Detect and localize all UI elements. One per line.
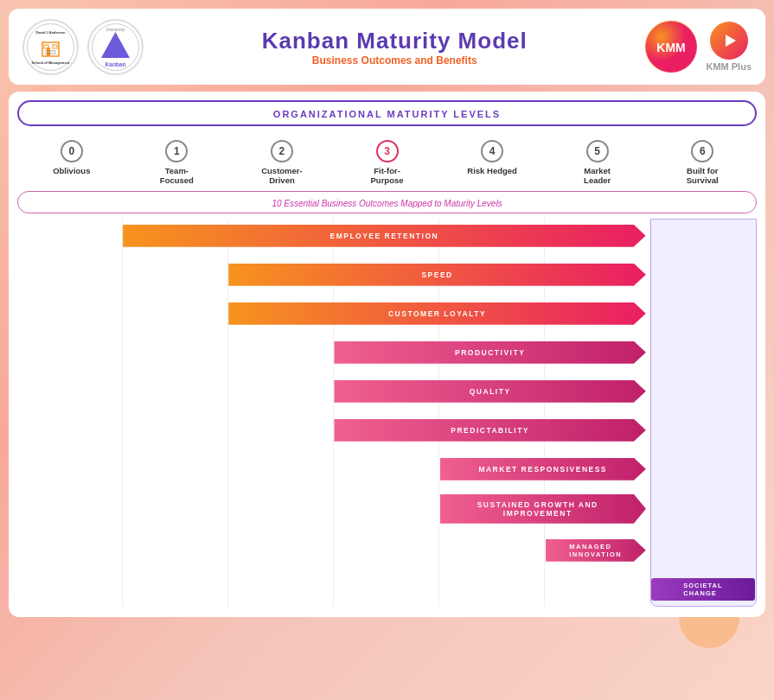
level-num-3: 3 xyxy=(376,140,399,162)
arrow-row-societal-change: SOCIETALCHANGE xyxy=(17,572,757,607)
main-subtitle: Business Outcomes and Benefits xyxy=(144,54,645,67)
arrow-market-responsiveness: MARKET RESPONSIVENESS xyxy=(440,458,646,480)
arrow-row-quality: QUALITY xyxy=(17,374,757,409)
org-banner-wrapper: ORGANIZATIONAL MATURITY LEVELS xyxy=(17,100,757,133)
arrows-area: EMPLOYEE RETENTION SPEED CUSTOMER LOYALT… xyxy=(17,219,757,607)
svg-marker-15 xyxy=(726,35,736,47)
level-name-3: Fit-for-Purpose xyxy=(336,166,438,186)
arrow-label-speed: SPEED xyxy=(421,270,452,279)
org-banner: ORGANIZATIONAL MATURITY LEVELS xyxy=(17,100,757,126)
arrow-row-speed: SPEED xyxy=(17,258,757,292)
arrow-row-managed-innovation: MANAGEDINNOVATION xyxy=(17,533,757,568)
level-name-4: Risk Hedged xyxy=(441,166,543,175)
level-name-0: Oblivious xyxy=(21,166,123,175)
level-num-4: 4 xyxy=(481,140,503,162)
arrow-row-productivity: PRODUCTIVITY xyxy=(17,335,757,370)
kmmplus-label: KMM Plus xyxy=(706,61,752,72)
main-content: ORGANIZATIONAL MATURITY LEVELS 0 Oblivio… xyxy=(9,92,765,617)
arrow-label-societal-change: SOCIETALCHANGE xyxy=(683,582,722,597)
arrow-speed: SPEED xyxy=(228,264,646,286)
level-col-6: 6 Built forSurvival xyxy=(649,138,755,188)
outcomes-banner-text: 10 Essential Business Outcomes Mapped to… xyxy=(272,199,502,208)
arrow-managed-innovation: MANAGEDINNOVATION xyxy=(546,539,646,562)
level-col-4: 4 Risk Hedged xyxy=(439,138,545,177)
level-name-6: Built forSurvival xyxy=(651,166,753,186)
arrow-productivity: PRODUCTIVITY xyxy=(334,341,645,364)
arrow-label-quality: QUALITY xyxy=(470,387,511,396)
level-col-5: 5 MarketLeader xyxy=(545,138,650,188)
level-name-1: Team-Focused xyxy=(126,166,228,186)
level-name-5: MarketLeader xyxy=(547,166,649,186)
kmmplus-logo: KMM Plus xyxy=(706,22,752,72)
level-name-2: Customer-Driven xyxy=(231,166,333,186)
svg-text:Kanban: Kanban xyxy=(106,61,126,67)
level-num-1: 1 xyxy=(165,140,188,162)
arrow-customer-loyalty: CUSTOMER LOYALTY xyxy=(228,302,646,325)
arrow-row-customer-loyalty: CUSTOMER LOYALTY xyxy=(17,296,757,331)
arrow-label-predictability: PREDICTABILITY xyxy=(451,426,529,435)
arrow-predictability: PREDICTABILITY xyxy=(334,419,645,442)
arrow-label-managed-innovation: MANAGEDINNOVATION xyxy=(569,543,622,558)
arrow-label-market-responsiveness: MARKET RESPONSIVENESS xyxy=(478,465,607,474)
level-num-0: 0 xyxy=(61,140,83,162)
dasc-logo: David J Anderson School of Management xyxy=(22,19,79,75)
arrow-label-employee-retention: EMPLOYEE RETENTION xyxy=(329,232,438,240)
header-title: Kanban Maturity Model Business Outcomes … xyxy=(144,28,645,67)
arrow-label-customer-loyalty: CUSTOMER LOYALTY xyxy=(388,309,486,318)
svg-text:KMM: KMM xyxy=(657,41,686,54)
level-num-6: 6 xyxy=(691,140,713,162)
arrow-row-sustained-growth: SUSTAINED GROWTH ANDIMPROVEMENT xyxy=(17,491,757,529)
level-col-0: 0 Oblivious xyxy=(19,138,125,177)
kmm-logo: KMM xyxy=(645,21,697,73)
svg-text:University: University xyxy=(106,27,125,32)
arrow-label-sustained-growth: SUSTAINED GROWTH ANDIMPROVEMENT xyxy=(477,500,598,518)
outcomes-banner: 10 Essential Business Outcomes Mapped to… xyxy=(17,191,757,213)
header: David J Anderson School of Management Ka… xyxy=(9,9,765,85)
arrow-row-employee-retention: EMPLOYEE RETENTION xyxy=(17,219,757,253)
svg-text:School of Management: School of Management xyxy=(32,60,70,65)
kanban-university-logo: Kanban University xyxy=(87,19,144,75)
arrow-row-market-responsiveness: MARKET RESPONSIVENESS xyxy=(17,452,757,487)
arrow-employee-retention: EMPLOYEE RETENTION xyxy=(123,225,645,247)
arrow-sustained-growth: SUSTAINED GROWTH ANDIMPROVEMENT xyxy=(440,494,646,524)
level-col-2: 2 Customer-Driven xyxy=(229,138,335,188)
main-title: Kanban Maturity Model xyxy=(144,28,645,54)
level-col-3: 3 Fit-for-Purpose xyxy=(335,138,440,188)
logos-right: KMM KMM Plus xyxy=(645,21,752,73)
level-num-5: 5 xyxy=(586,140,609,162)
svg-text:David J Anderson: David J Anderson xyxy=(36,30,66,35)
level-col-1: 1 Team-Focused xyxy=(125,138,230,188)
level-num-2: 2 xyxy=(271,140,293,162)
arrow-label-productivity: PRODUCTIVITY xyxy=(455,348,525,357)
arrow-quality: QUALITY xyxy=(334,380,645,403)
logos-left: David J Anderson School of Management Ka… xyxy=(22,19,144,75)
arrow-row-predictability: PREDICTABILITY xyxy=(17,413,757,448)
arrow-societal-change: SOCIETALCHANGE xyxy=(651,578,755,601)
org-banner-text: ORGANIZATIONAL MATURITY LEVELS xyxy=(273,109,501,119)
levels-header: 0 Oblivious 1 Team-Focused 2 Customer-Dr… xyxy=(17,138,757,188)
